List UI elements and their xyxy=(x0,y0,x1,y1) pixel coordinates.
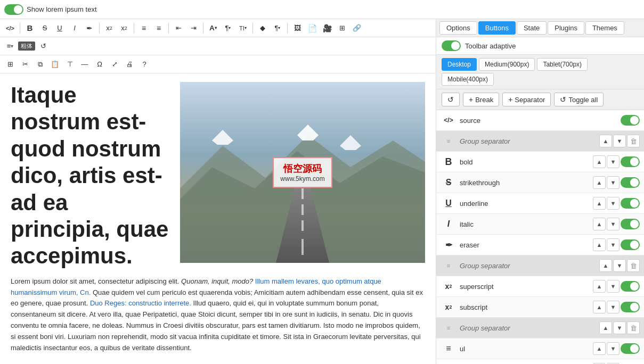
cuti-tag[interactable]: 粗体 xyxy=(18,42,35,51)
bold-down[interactable]: ▼ xyxy=(607,155,619,168)
toolbar-sep-7 xyxy=(287,23,288,34)
sep3-delete[interactable]: 🗑 xyxy=(627,321,640,334)
strikethrough-btn[interactable]: S xyxy=(38,21,52,35)
strikethrough-up[interactable]: ▲ xyxy=(593,176,606,189)
separator-btn[interactable]: + Separator xyxy=(502,93,551,106)
sep3-down[interactable]: ▼ xyxy=(613,321,626,334)
paragraph-format-btn[interactable]: ¶▾ xyxy=(221,21,235,35)
italic-btn[interactable]: I xyxy=(68,21,81,35)
strikethrough-toggle[interactable] xyxy=(621,177,640,188)
ul-btn[interactable]: ≡ xyxy=(137,21,151,35)
toolbar-row-1: </> B S U I ✒ x2 x2 ≡ ≡ ⇤ ⇥ A▾ ¶▾ TI▾ ◆ … xyxy=(0,19,436,37)
video-btn[interactable]: 🎥 xyxy=(320,21,334,35)
bold-up[interactable]: ▲ xyxy=(593,155,606,168)
file-btn[interactable]: 📄 xyxy=(305,21,319,35)
font-color-btn[interactable]: A▾ xyxy=(206,21,220,35)
bold-icon: B xyxy=(441,154,456,170)
special-char-btn[interactable]: Ω xyxy=(93,57,107,71)
sep3-up[interactable]: ▲ xyxy=(599,321,612,334)
ul-up[interactable]: ▲ xyxy=(593,342,606,355)
sep3-controls: ▲ ▼ 🗑 xyxy=(599,321,640,334)
svg-rect-7 xyxy=(301,239,304,255)
sep2-down[interactable]: ▼ xyxy=(613,259,626,272)
break-btn[interactable]: + Break xyxy=(463,93,499,106)
subscript-down[interactable]: ▼ xyxy=(607,301,619,313)
cut-btn[interactable]: ✂ xyxy=(18,57,32,71)
image-btn[interactable]: 🖼 xyxy=(290,21,304,35)
superscript-down[interactable]: ▼ xyxy=(607,280,619,293)
outdent-btn[interactable]: ⇤ xyxy=(172,21,185,35)
ul-controls: ▲ ▼ xyxy=(593,342,640,355)
tab-themes[interactable]: Themes xyxy=(585,21,624,35)
source-btn[interactable]: </> xyxy=(3,21,17,35)
indent-btn[interactable]: ⇥ xyxy=(186,21,200,35)
print-btn[interactable]: 🖨 xyxy=(123,57,136,71)
sep1-controls: ▲ ▼ 🗑 xyxy=(599,135,640,147)
body-link-2[interactable]: Duo Reges: constructio interrete. xyxy=(90,299,191,307)
format-btn[interactable]: ⊤ xyxy=(63,57,77,71)
paste-btn[interactable]: 📋 xyxy=(48,57,62,71)
strikethrough-down[interactable]: ▼ xyxy=(607,176,619,189)
subscript-up[interactable]: ▲ xyxy=(593,301,606,313)
italic-toggle[interactable] xyxy=(621,219,640,229)
sep1-down[interactable]: ▼ xyxy=(613,135,626,147)
tab-state[interactable]: State xyxy=(517,21,547,35)
underline-btn[interactable]: U xyxy=(53,21,67,35)
italic-down[interactable]: ▼ xyxy=(607,218,619,230)
reset-btn[interactable]: ↺ xyxy=(442,93,460,106)
table-btn[interactable]: ⊞ xyxy=(335,21,349,35)
copy-btn[interactable]: ⧉ xyxy=(33,57,47,71)
superscript-controls: ▲ ▼ xyxy=(593,280,640,293)
watermark-text-cn: 悟空源码 xyxy=(280,162,324,175)
adaptive-track xyxy=(442,40,461,51)
eraser-up[interactable]: ▲ xyxy=(593,238,606,251)
tab-options[interactable]: Options xyxy=(439,21,477,35)
show-lorem-toggle[interactable]: Show lorem ipsum text xyxy=(4,4,97,15)
bp-desktop[interactable]: Desktop xyxy=(442,58,477,71)
sep2-up[interactable]: ▲ xyxy=(599,259,612,272)
bp-tablet[interactable]: Tablet(700px) xyxy=(537,58,588,71)
subscript-btn[interactable]: x2 xyxy=(117,21,131,35)
align-btn[interactable]: ≡▾ xyxy=(3,39,17,53)
underline-up[interactable]: ▲ xyxy=(593,197,606,210)
source-toggle[interactable] xyxy=(621,115,640,126)
hr-btn[interactable]: — xyxy=(78,57,92,71)
adaptive-toggle[interactable] xyxy=(442,40,461,51)
superscript-toggle[interactable] xyxy=(621,281,640,292)
text-color-btn[interactable]: ◆ xyxy=(256,21,270,35)
tab-plugins[interactable]: Plugins xyxy=(548,21,584,35)
grid-btn[interactable]: ⊞ xyxy=(3,57,17,71)
sep2-delete[interactable]: 🗑 xyxy=(627,259,640,272)
font-size-btn[interactable]: TI▾ xyxy=(236,21,250,35)
superscript-btn[interactable]: x2 xyxy=(102,21,116,35)
source-label: source xyxy=(460,117,617,125)
bold-toggle[interactable] xyxy=(621,156,640,167)
ul-toggle[interactable] xyxy=(621,343,640,354)
ul-down[interactable]: ▼ xyxy=(607,342,619,355)
toggle-all-btn[interactable]: ↺ Toggle all xyxy=(554,93,604,106)
toolbar-sep-6 xyxy=(252,23,253,34)
underline-icon: U xyxy=(441,195,456,211)
superscript-up[interactable]: ▲ xyxy=(593,280,606,293)
underline-down[interactable]: ▼ xyxy=(607,197,619,210)
italic-up[interactable]: ▲ xyxy=(593,218,606,230)
eraser-btn[interactable]: ✒ xyxy=(83,21,96,35)
redo-btn[interactable]: ↺ xyxy=(36,39,50,53)
eraser-toggle[interactable] xyxy=(621,239,640,250)
para-btn[interactable]: ¶▾ xyxy=(271,21,284,35)
bp-medium[interactable]: Medium(900px) xyxy=(479,58,535,71)
subscript-icon: x2 xyxy=(441,299,456,315)
underline-toggle[interactable] xyxy=(621,198,640,209)
svg-rect-5 xyxy=(301,204,304,215)
link-btn[interactable]: 🔗 xyxy=(350,21,364,35)
sep1-delete[interactable]: 🗑 xyxy=(627,135,640,147)
eraser-down[interactable]: ▼ xyxy=(607,238,619,251)
sep1-up[interactable]: ▲ xyxy=(599,135,612,147)
tab-buttons[interactable]: Buttons xyxy=(478,21,516,35)
bold-btn[interactable]: B xyxy=(23,21,37,35)
help-btn[interactable]: ? xyxy=(137,57,151,71)
ol-btn[interactable]: ≡ xyxy=(152,21,166,35)
expand-btn[interactable]: ⤢ xyxy=(108,57,121,71)
bp-mobile[interactable]: Mobile(400px) xyxy=(442,73,494,86)
subscript-toggle[interactable] xyxy=(621,302,640,312)
